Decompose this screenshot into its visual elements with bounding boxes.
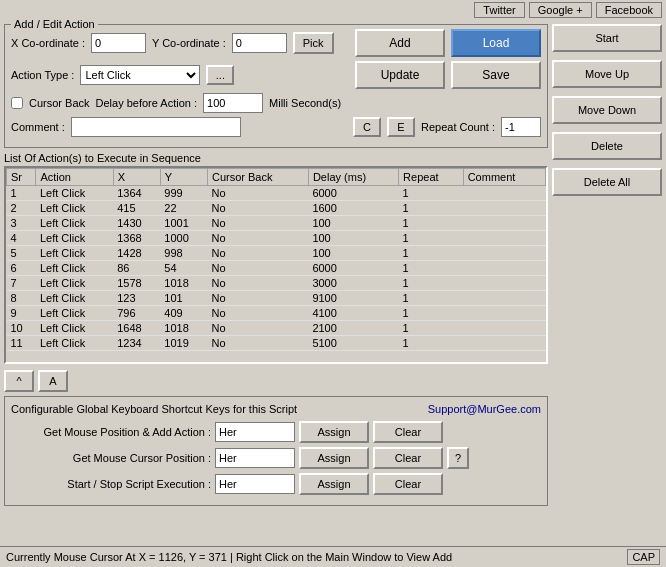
repeat-count-input[interactable]	[501, 117, 541, 137]
up-nav-button[interactable]: ^	[4, 370, 34, 392]
comment-label: Comment :	[11, 121, 65, 133]
nav-buttons: ^ A	[4, 370, 548, 392]
table-row[interactable]: 9Left Click796409No41001	[7, 306, 546, 321]
table-cell-action: Left Click	[36, 291, 113, 306]
table-cell-sr: 5	[7, 246, 36, 261]
table-cell-delay: 1600	[308, 201, 398, 216]
coords-row: X Co-ordinate : Y Co-ordinate : Pick Add…	[11, 29, 541, 57]
dots-button[interactable]: ...	[206, 65, 234, 85]
table-cell-cursorBack: No	[207, 246, 308, 261]
y-coord-label: Y Co-ordinate :	[152, 37, 226, 49]
table-row[interactable]: 2Left Click41522No16001	[7, 201, 546, 216]
table-cell-comment	[463, 291, 545, 306]
y-coord-input[interactable]	[232, 33, 287, 53]
x-coord-input[interactable]	[91, 33, 146, 53]
left-panel: Add / Edit Action X Co-ordinate : Y Co-o…	[4, 24, 548, 506]
table-cell-cursorBack: No	[207, 276, 308, 291]
table-row[interactable]: 8Left Click123101No91001	[7, 291, 546, 306]
assign-button-3[interactable]: Assign	[299, 473, 369, 495]
down-nav-button[interactable]: A	[38, 370, 68, 392]
add-edit-action-title: Add / Edit Action	[11, 18, 98, 30]
table-wrapper[interactable]: Sr Action X Y Cursor Back Delay (ms) Rep…	[4, 166, 548, 364]
col-delay: Delay (ms)	[308, 169, 398, 186]
keyboard-title: Configurable Global Keyboard Shortcut Ke…	[11, 403, 297, 415]
c-button[interactable]: C	[353, 117, 381, 137]
table-cell-delay: 3000	[308, 276, 398, 291]
keyboard-row3-input[interactable]	[215, 474, 295, 494]
table-row[interactable]: 6Left Click8654No60001	[7, 261, 546, 276]
table-cell-repeat: 1	[399, 201, 464, 216]
move-down-button[interactable]: Move Down	[552, 96, 662, 124]
table-cell-cursorBack: No	[207, 291, 308, 306]
clear-button-3[interactable]: Clear	[373, 473, 443, 495]
table-cell-y: 409	[160, 306, 207, 321]
table-cell-comment	[463, 246, 545, 261]
table-cell-y: 54	[160, 261, 207, 276]
keyboard-row2-input[interactable]	[215, 448, 295, 468]
table-cell-x: 415	[113, 201, 160, 216]
col-sr: Sr	[7, 169, 36, 186]
table-cell-cursorBack: No	[207, 231, 308, 246]
table-cell-action: Left Click	[36, 261, 113, 276]
table-row[interactable]: 11Left Click12341019No51001	[7, 336, 546, 351]
move-up-button[interactable]: Move Up	[552, 60, 662, 88]
main-container: Add / Edit Action X Co-ordinate : Y Co-o…	[0, 20, 666, 510]
table-cell-x: 796	[113, 306, 160, 321]
table-cell-action: Left Click	[36, 306, 113, 321]
caps-indicator: CAP	[627, 549, 660, 565]
googleplus-button[interactable]: Google +	[529, 2, 592, 18]
keyboard-row2-label: Get Mouse Cursor Position :	[11, 452, 211, 464]
start-button[interactable]: Start	[552, 24, 662, 52]
table-cell-cursorBack: No	[207, 321, 308, 336]
delete-all-button[interactable]: Delete All	[552, 168, 662, 196]
table-cell-y: 1000	[160, 231, 207, 246]
action-type-select[interactable]: Left Click Right Click Double Click Mous…	[80, 65, 200, 85]
keyboard-row1-input[interactable]	[215, 422, 295, 442]
comment-input[interactable]	[71, 117, 241, 137]
table-body: 1Left Click1364999No600012Left Click4152…	[7, 186, 546, 351]
table-cell-y: 998	[160, 246, 207, 261]
add-button[interactable]: Add	[355, 29, 445, 57]
table-cell-delay: 100	[308, 246, 398, 261]
e-button[interactable]: E	[387, 117, 415, 137]
table-cell-action: Left Click	[36, 321, 113, 336]
cursor-back-checkbox[interactable]	[11, 97, 23, 109]
question-button[interactable]: ?	[447, 447, 469, 469]
table-cell-comment	[463, 261, 545, 276]
table-cell-cursorBack: No	[207, 186, 308, 201]
table-cell-comment	[463, 321, 545, 336]
table-cell-repeat: 1	[399, 291, 464, 306]
delete-button[interactable]: Delete	[552, 132, 662, 160]
delay-input[interactable]	[203, 93, 263, 113]
table-cell-cursorBack: No	[207, 336, 308, 351]
table-cell-sr: 10	[7, 321, 36, 336]
table-cell-sr: 1	[7, 186, 36, 201]
keyboard-row-3: Start / Stop Script Execution : Assign C…	[11, 473, 541, 495]
assign-button-1[interactable]: Assign	[299, 421, 369, 443]
update-button[interactable]: Update	[355, 61, 445, 89]
twitter-button[interactable]: Twitter	[474, 2, 524, 18]
table-row[interactable]: 4Left Click13681000No1001	[7, 231, 546, 246]
assign-button-2[interactable]: Assign	[299, 447, 369, 469]
facebook-button[interactable]: Facebook	[596, 2, 662, 18]
clear-button-1[interactable]: Clear	[373, 421, 443, 443]
table-cell-x: 86	[113, 261, 160, 276]
save-button[interactable]: Save	[451, 61, 541, 89]
load-button[interactable]: Load	[451, 29, 541, 57]
table-row[interactable]: 1Left Click1364999No60001	[7, 186, 546, 201]
x-coord-label: X Co-ordinate :	[11, 37, 85, 49]
table-cell-sr: 2	[7, 201, 36, 216]
cursor-delay-row: Cursor Back Delay before Action : Milli …	[11, 93, 541, 113]
table-row[interactable]: 3Left Click14301001No1001	[7, 216, 546, 231]
table-row[interactable]: 10Left Click16481018No21001	[7, 321, 546, 336]
comment-row: Comment : C E Repeat Count :	[11, 117, 541, 137]
col-x: X	[113, 169, 160, 186]
table-cell-repeat: 1	[399, 336, 464, 351]
table-cell-comment	[463, 231, 545, 246]
table-row[interactable]: 5Left Click1428998No1001	[7, 246, 546, 261]
table-row[interactable]: 7Left Click15781018No30001	[7, 276, 546, 291]
table-cell-comment	[463, 306, 545, 321]
clear-button-2[interactable]: Clear	[373, 447, 443, 469]
table-cell-comment	[463, 201, 545, 216]
pick-button[interactable]: Pick	[293, 32, 334, 54]
